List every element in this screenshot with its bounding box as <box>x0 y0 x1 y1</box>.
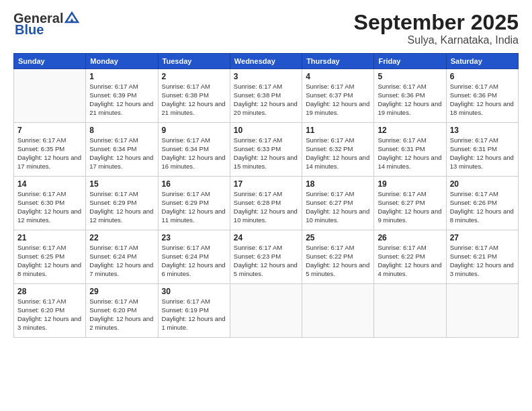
logo-blue: Blue <box>15 22 44 38</box>
header: General Blue September 2025 Sulya, Karna… <box>13 11 519 46</box>
sunrise-text: Sunrise: 6:17 AM <box>162 83 210 90</box>
sunrise-text: Sunrise: 6:17 AM <box>89 298 138 305</box>
day-number: 23 <box>162 233 226 242</box>
sunset-text: Sunset: 6:30 PM <box>17 199 64 206</box>
day-info: Sunrise: 6:17 AM Sunset: 6:36 PM Dayligh… <box>378 83 442 117</box>
day-info: Sunrise: 6:17 AM Sunset: 6:26 PM Dayligh… <box>450 190 515 224</box>
sunset-text: Sunset: 6:27 PM <box>306 199 353 206</box>
daylight-text: Daylight: 12 hours and 8 minutes. <box>450 208 514 224</box>
day-info: Sunrise: 6:17 AM Sunset: 6:22 PM Dayligh… <box>378 244 442 278</box>
daylight-text: Daylight: 12 hours and 7 minutes. <box>89 261 153 277</box>
daylight-text: Daylight: 12 hours and 19 minutes. <box>306 100 369 116</box>
sunrise-text: Sunrise: 6:17 AM <box>17 136 66 144</box>
table-row: 15 Sunrise: 6:17 AM Sunset: 6:29 PM Dayl… <box>86 177 158 230</box>
day-info: Sunrise: 6:17 AM Sunset: 6:20 PM Dayligh… <box>89 298 154 332</box>
day-number: 6 <box>450 72 515 81</box>
sunrise-text: Sunrise: 6:17 AM <box>306 136 354 144</box>
sunset-text: Sunset: 6:26 PM <box>450 199 497 206</box>
table-row: 23 Sunrise: 6:17 AM Sunset: 6:24 PM Dayl… <box>158 230 230 284</box>
day-info: Sunrise: 6:17 AM Sunset: 6:25 PM Dayligh… <box>17 244 82 278</box>
calendar-header-row: Sunday Monday Tuesday Wednesday Thursday… <box>14 54 519 69</box>
day-number: 26 <box>378 233 442 242</box>
day-number: 17 <box>234 179 298 189</box>
sunrise-text: Sunrise: 6:17 AM <box>234 190 282 197</box>
sunset-text: Sunset: 6:31 PM <box>378 145 425 152</box>
daylight-text: Daylight: 12 hours and 5 minutes. <box>306 261 369 277</box>
logo-icon <box>64 11 79 24</box>
day-info: Sunrise: 6:17 AM Sunset: 6:34 PM Dayligh… <box>89 136 154 171</box>
sunset-text: Sunset: 6:36 PM <box>378 91 425 99</box>
daylight-text: Daylight: 12 hours and 1 minute. <box>162 315 226 331</box>
sunset-text: Sunset: 6:24 PM <box>162 253 209 260</box>
table-row: 22 Sunrise: 6:17 AM Sunset: 6:24 PM Dayl… <box>86 230 158 284</box>
table-row: 13 Sunrise: 6:17 AM Sunset: 6:31 PM Dayl… <box>446 123 518 177</box>
day-info: Sunrise: 6:17 AM Sunset: 6:28 PM Dayligh… <box>234 190 298 224</box>
sunrise-text: Sunrise: 6:17 AM <box>450 83 498 90</box>
table-row: 9 Sunrise: 6:17 AM Sunset: 6:34 PM Dayli… <box>158 123 230 177</box>
sunset-text: Sunset: 6:38 PM <box>234 91 281 99</box>
col-saturday: Saturday <box>446 54 518 69</box>
table-row <box>446 284 518 338</box>
day-number: 28 <box>17 287 82 296</box>
col-friday: Friday <box>374 54 446 69</box>
sunset-text: Sunset: 6:22 PM <box>378 253 425 260</box>
sunset-text: Sunset: 6:34 PM <box>162 145 209 152</box>
sunrise-text: Sunrise: 6:17 AM <box>162 190 210 197</box>
sunrise-text: Sunrise: 6:17 AM <box>17 298 66 305</box>
day-info: Sunrise: 6:17 AM Sunset: 6:37 PM Dayligh… <box>306 83 370 117</box>
day-number: 3 <box>234 72 298 81</box>
sunset-text: Sunset: 6:22 PM <box>306 253 353 260</box>
daylight-text: Daylight: 12 hours and 2 minutes. <box>89 315 153 331</box>
sunset-text: Sunset: 6:19 PM <box>162 306 209 314</box>
daylight-text: Daylight: 12 hours and 19 minutes. <box>378 100 441 116</box>
daylight-text: Daylight: 12 hours and 16 minutes. <box>162 154 226 170</box>
table-row: 25 Sunrise: 6:17 AM Sunset: 6:22 PM Dayl… <box>302 230 374 284</box>
sunset-text: Sunset: 6:25 PM <box>17 253 64 260</box>
page: General Blue September 2025 Sulya, Karna… <box>0 0 532 411</box>
sunset-text: Sunset: 6:20 PM <box>89 306 136 314</box>
day-info: Sunrise: 6:17 AM Sunset: 6:24 PM Dayligh… <box>162 244 226 278</box>
day-info: Sunrise: 6:17 AM Sunset: 6:35 PM Dayligh… <box>17 136 82 171</box>
sunset-text: Sunset: 6:29 PM <box>89 199 136 206</box>
title-block: September 2025 Sulya, Karnataka, India <box>354 11 519 46</box>
daylight-text: Daylight: 12 hours and 12 minutes. <box>89 208 153 224</box>
daylight-text: Daylight: 12 hours and 10 minutes. <box>306 208 369 224</box>
sunrise-text: Sunrise: 6:17 AM <box>162 136 210 144</box>
day-info: Sunrise: 6:17 AM Sunset: 6:21 PM Dayligh… <box>450 244 515 278</box>
table-row: 7 Sunrise: 6:17 AM Sunset: 6:35 PM Dayli… <box>14 123 86 177</box>
sunrise-text: Sunrise: 6:17 AM <box>234 83 282 90</box>
daylight-text: Daylight: 12 hours and 13 minutes. <box>450 154 514 170</box>
col-monday: Monday <box>86 54 158 69</box>
sunset-text: Sunset: 6:24 PM <box>89 253 136 260</box>
table-row <box>302 284 374 338</box>
day-info: Sunrise: 6:17 AM Sunset: 6:36 PM Dayligh… <box>450 83 515 117</box>
day-info: Sunrise: 6:17 AM Sunset: 6:27 PM Dayligh… <box>378 190 442 224</box>
day-number: 12 <box>378 126 442 135</box>
day-number: 9 <box>162 126 226 135</box>
table-row: 6 Sunrise: 6:17 AM Sunset: 6:36 PM Dayli… <box>446 69 518 123</box>
daylight-text: Daylight: 12 hours and 4 minutes. <box>378 261 441 277</box>
sunrise-text: Sunrise: 6:17 AM <box>306 190 354 197</box>
day-number: 15 <box>89 179 154 189</box>
sunset-text: Sunset: 6:21 PM <box>450 253 497 260</box>
day-info: Sunrise: 6:17 AM Sunset: 6:29 PM Dayligh… <box>89 190 154 224</box>
sunset-text: Sunset: 6:39 PM <box>89 91 136 99</box>
day-number: 13 <box>450 126 515 135</box>
sunrise-text: Sunrise: 6:17 AM <box>162 244 210 251</box>
table-row: 8 Sunrise: 6:17 AM Sunset: 6:34 PM Dayli… <box>86 123 158 177</box>
sunset-text: Sunset: 6:38 PM <box>162 91 209 99</box>
sunrise-text: Sunrise: 6:17 AM <box>450 244 498 251</box>
sunset-text: Sunset: 6:29 PM <box>162 199 209 206</box>
table-row: 30 Sunrise: 6:17 AM Sunset: 6:19 PM Dayl… <box>158 284 230 338</box>
day-number: 27 <box>450 233 515 242</box>
daylight-text: Daylight: 12 hours and 9 minutes. <box>378 208 441 224</box>
day-info: Sunrise: 6:17 AM Sunset: 6:19 PM Dayligh… <box>162 298 226 332</box>
day-info: Sunrise: 6:17 AM Sunset: 6:27 PM Dayligh… <box>306 190 370 224</box>
table-row: 2 Sunrise: 6:17 AM Sunset: 6:38 PM Dayli… <box>158 69 230 123</box>
day-info: Sunrise: 6:17 AM Sunset: 6:24 PM Dayligh… <box>89 244 154 278</box>
calendar-title: September 2025 <box>354 11 519 34</box>
table-row: 24 Sunrise: 6:17 AM Sunset: 6:23 PM Dayl… <box>230 230 302 284</box>
day-number: 5 <box>378 72 442 81</box>
col-sunday: Sunday <box>14 54 86 69</box>
day-number: 19 <box>378 179 442 189</box>
